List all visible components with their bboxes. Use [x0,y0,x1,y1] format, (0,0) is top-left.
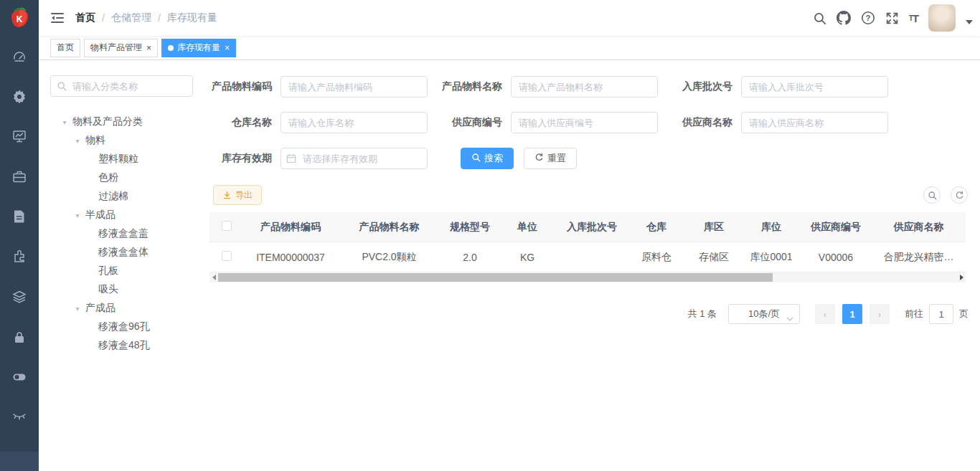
tree-node[interactable]: 移液盒盒体 [50,243,193,262]
reset-button[interactable]: 重置 [524,148,577,169]
table-cell: 2.0 [441,252,499,263]
sidebar-item-briefcase[interactable] [0,156,39,196]
refresh-icon[interactable] [951,186,968,204]
github-icon[interactable] [837,11,851,25]
next-page-button[interactable]: › [870,304,890,324]
sidebar-item-eye[interactable] [0,397,39,437]
tab-首页[interactable]: 首页 [50,39,80,57]
help-icon[interactable]: ? [861,11,875,25]
header-cell: 产品物料名称 [337,221,441,234]
font-size-icon[interactable]: TT [909,12,918,24]
cell-checkbox [209,251,244,263]
category-tree: ▾物料及产品分类▾物料塑料颗粒色粉过滤棉▾半成品移液盒盒盖移液盒盒体孔板吸头▾产… [50,113,193,355]
tree-node[interactable]: 过滤棉 [50,187,193,206]
app-logo[interactable]: K [0,0,39,36]
table-cell: 库位0001 [743,251,800,264]
text-input[interactable] [281,76,428,97]
filter-form: 产品物料编码产品物料名称入库批次号仓库名称供应商编号供应商名称库存有效期搜索重置 [204,76,980,169]
sidebar-item-lock[interactable] [0,317,39,357]
close-icon[interactable]: × [225,44,230,52]
date-input[interactable] [281,148,428,169]
close-icon[interactable]: × [146,44,151,52]
sidebar-item-toggle[interactable] [0,357,39,397]
row-checkbox[interactable] [222,251,232,261]
table-cell: V00006 [800,252,872,263]
tree-node-label: 移液盒96孔 [98,320,150,333]
tree-node[interactable]: 移液盒96孔 [50,318,193,336]
sidebar-item-settings[interactable] [0,76,39,116]
field-input-wrap [281,76,428,97]
text-input[interactable] [511,112,658,133]
tab-库存现有量[interactable]: 库存现有量× [161,39,236,57]
tree-node[interactable]: ▾物料 [50,131,193,150]
tree-node[interactable]: 塑料颗粒 [50,150,193,168]
svg-text:?: ? [865,14,870,22]
sidebar-item-dashboard[interactable] [0,36,39,76]
show-search-icon[interactable] [923,186,941,204]
tree-node-label: 塑料颗粒 [98,153,138,166]
scrollbar-track[interactable] [218,272,957,282]
scroll-left-button[interactable] [209,272,218,282]
scrollbar-thumb[interactable] [218,273,773,282]
text-input[interactable] [281,112,428,133]
tree-expand-icon[interactable]: ▾ [72,305,83,313]
field-input-wrap [511,112,658,133]
tree-node[interactable]: 色粉 [50,168,193,187]
export-button[interactable]: 导出 [213,185,262,205]
tree-node[interactable]: 移液盒盒盖 [50,224,193,243]
avatar[interactable] [928,4,956,32]
goto-suffix: 页 [959,308,969,320]
search-button[interactable]: 搜索 [461,148,514,169]
goto-page-input[interactable] [929,304,953,324]
tree-expand-icon[interactable]: ▾ [60,118,70,126]
breadcrumb: 首页/仓储管理/库存现有量 [75,11,217,24]
header-cell: 仓库 [628,221,685,234]
breadcrumb-item[interactable]: 库存现有量 [167,11,217,24]
tree-node-label: 移液盒盒盖 [98,227,149,240]
sidebar-item-layers[interactable] [0,277,39,317]
filter-row: 库存有效期搜索重置 [212,148,980,169]
sidebar-item-plugin[interactable] [0,237,39,277]
field-input-wrap [281,112,428,133]
tree-expand-icon[interactable]: ▾ [72,137,83,145]
tree-node[interactable]: ▾物料及产品分类 [50,113,193,131]
breadcrumb-item[interactable]: 首页 [75,11,95,24]
sidebar-item-document[interactable] [0,196,39,237]
tree-node[interactable]: 孔板 [50,262,193,280]
select-all-checkbox[interactable] [222,221,232,231]
goto-label: 前往 [905,308,923,320]
text-input[interactable] [741,76,888,97]
text-input[interactable] [511,76,658,97]
tree-node[interactable]: ▾产成品 [50,299,193,318]
breadcrumb-item[interactable]: 仓储管理 [111,11,151,24]
user-menu-caret-icon[interactable] [966,20,973,24]
field-input-wrap [741,76,888,97]
prev-page-button[interactable]: ‹ [815,304,835,324]
header-cell: 供应商名称 [872,221,966,234]
tree-node[interactable]: ▾半成品 [50,206,193,224]
tree-node[interactable]: 吸头 [50,280,193,299]
field-label: 仓库名称 [212,116,272,129]
fullscreen-icon[interactable] [885,11,899,25]
table-row[interactable]: ITEM00000037PVC2.0颗粒2.0KG原料仓存储区库位0001V00… [209,242,966,272]
sidebar-footer-toggle[interactable] [0,452,39,471]
tab-物料产品管理[interactable]: 物料产品管理× [84,39,158,57]
sidebar-item-monitor[interactable] [0,116,39,156]
tab-label: 首页 [57,42,74,54]
tree-node-label: 色粉 [98,171,118,184]
header-cell: 库区 [685,221,743,234]
tree-node[interactable]: 移液盒48孔 [50,336,193,355]
category-search-input[interactable] [50,75,193,97]
table-cell: KG [499,252,556,263]
pagination-total: 共 1 条 [688,308,717,320]
page-number-button[interactable]: 1 [842,304,862,324]
text-input[interactable] [741,112,888,133]
page-numbers: 1 [839,304,866,324]
sidebar-collapse-icon[interactable] [39,11,75,24]
page-size-select[interactable]: 10条/页 [728,304,800,324]
scroll-right-button[interactable] [957,272,966,282]
tree-expand-icon[interactable]: ▾ [72,211,83,219]
table-cell: 原料仓 [628,251,685,264]
tabs-bar: 首页物料产品管理×库存现有量× [39,36,980,60]
search-icon[interactable] [813,11,826,25]
